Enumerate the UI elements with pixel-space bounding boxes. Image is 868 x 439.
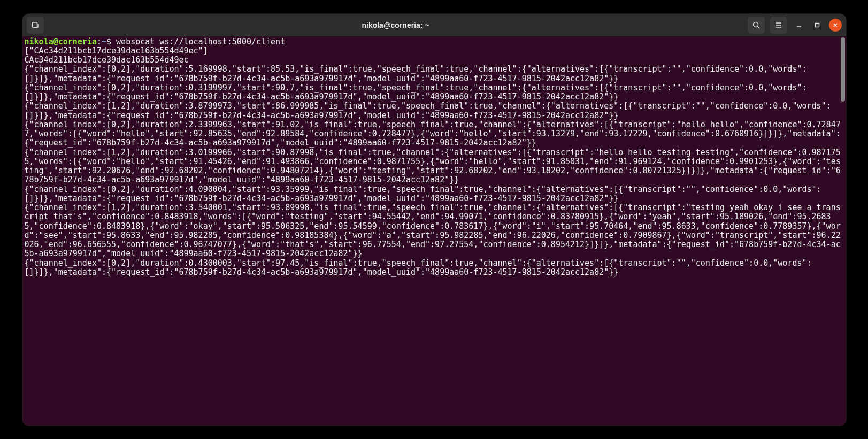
new-tab-button[interactable] bbox=[27, 17, 44, 34]
svg-rect-7 bbox=[815, 23, 819, 27]
terminal-window: nikola@corneria: ~ bbox=[22, 14, 846, 426]
svg-point-1 bbox=[753, 22, 758, 27]
search-icon bbox=[752, 21, 761, 29]
scrollbar-thumb[interactable] bbox=[841, 37, 845, 102]
terminal-output: nikola@corneria:~$ websocat ws://localho… bbox=[25, 37, 844, 278]
window-title: nikola@corneria: ~ bbox=[44, 21, 748, 29]
hamburger-icon bbox=[774, 21, 783, 29]
close-icon bbox=[833, 22, 838, 28]
svg-line-2 bbox=[757, 26, 759, 28]
close-button[interactable] bbox=[829, 19, 842, 32]
new-tab-icon bbox=[31, 21, 40, 29]
svg-rect-0 bbox=[32, 22, 37, 27]
menu-button[interactable] bbox=[770, 17, 787, 34]
maximize-icon bbox=[814, 22, 820, 28]
minimize-button[interactable] bbox=[793, 19, 805, 32]
minimize-icon bbox=[796, 22, 802, 28]
titlebar: nikola@corneria: ~ bbox=[22, 14, 846, 36]
terminal-body[interactable]: nikola@corneria:~$ websocat ws://localho… bbox=[22, 36, 846, 426]
maximize-button[interactable] bbox=[811, 19, 824, 32]
search-button[interactable] bbox=[748, 17, 765, 34]
